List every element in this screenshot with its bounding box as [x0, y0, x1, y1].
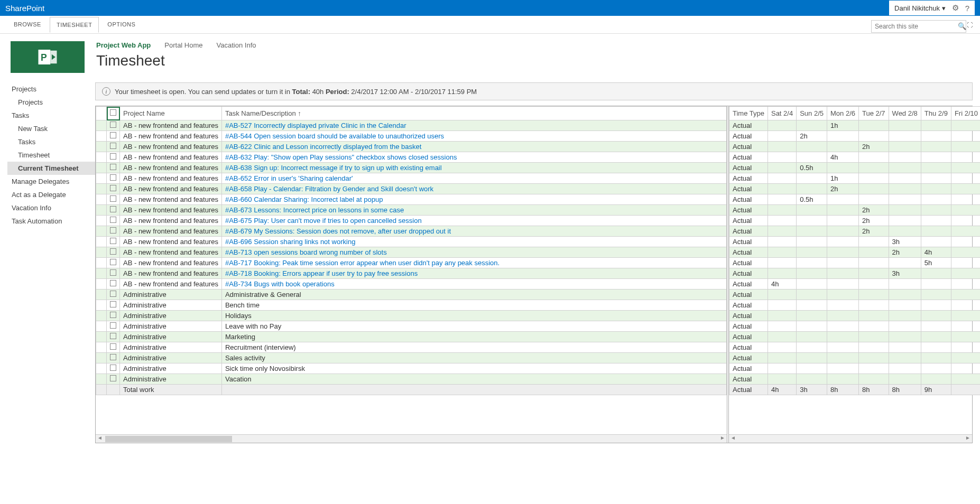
row-checkbox[interactable] [110, 153, 116, 160]
hour-cell[interactable] [889, 300, 921, 311]
table-row[interactable]: Actual2h [729, 131, 981, 142]
hour-cell[interactable] [797, 205, 827, 216]
nav-item[interactable]: Tasks [7, 109, 95, 122]
hour-cell[interactable] [827, 258, 859, 268]
hour-cell[interactable]: 3h [889, 237, 921, 247]
table-row[interactable]: Actual0.5h [729, 194, 981, 205]
hour-cell[interactable] [951, 268, 980, 279]
hour-cell[interactable] [921, 290, 951, 300]
task-cell[interactable]: #AB-544 Open session board should be ava… [221, 131, 726, 142]
hour-cell[interactable] [827, 374, 859, 385]
timetype-cell[interactable]: Actual [729, 205, 768, 216]
table-row[interactable]: Actual [729, 363, 981, 374]
hour-cell[interactable] [827, 290, 859, 300]
project-cell[interactable]: AB - new frontend and features [120, 142, 222, 152]
row-checkbox-cell[interactable] [107, 173, 120, 184]
hour-cell[interactable] [827, 226, 859, 237]
table-row[interactable]: Actual4h [729, 279, 981, 290]
row-checkbox[interactable] [110, 259, 116, 265]
topnav-item[interactable]: Vacation Info [217, 41, 256, 49]
table-row[interactable]: AB - new frontend and features#AB-673 Le… [96, 205, 727, 216]
row-checkbox-cell[interactable] [107, 237, 120, 247]
task-cell[interactable]: Leave with no Pay [221, 321, 726, 332]
hour-cell[interactable] [768, 142, 796, 152]
row-checkbox-cell[interactable] [107, 152, 120, 163]
hour-cell[interactable] [827, 205, 859, 216]
expand-cell[interactable] [96, 300, 107, 311]
row-checkbox-cell[interactable] [107, 342, 120, 353]
row-checkbox[interactable] [110, 333, 116, 339]
table-row[interactable]: AB - new frontend and features#AB-622 Cl… [96, 142, 727, 152]
hour-cell[interactable] [797, 226, 827, 237]
hour-cell[interactable] [797, 321, 827, 332]
hour-cell[interactable] [921, 173, 951, 184]
expand-cell[interactable] [96, 216, 107, 226]
expand-cell[interactable] [96, 226, 107, 237]
project-cell[interactable]: Administrative [120, 353, 222, 363]
hour-cell[interactable] [827, 300, 859, 311]
hour-cell[interactable] [921, 205, 951, 216]
hour-cell[interactable] [797, 247, 827, 258]
hour-cell[interactable]: 3h [889, 268, 921, 279]
hour-cell[interactable] [921, 353, 951, 363]
hour-cell[interactable] [858, 173, 889, 184]
task-header[interactable]: Task Name/Description ↑ [221, 107, 726, 120]
expand-cell[interactable] [96, 342, 107, 353]
hour-cell[interactable] [889, 342, 921, 353]
hour-cell[interactable] [951, 247, 980, 258]
project-cell[interactable]: Administrative [120, 363, 222, 374]
task-cell[interactable]: Marketing [221, 332, 726, 342]
project-cell[interactable]: AB - new frontend and features [120, 184, 222, 194]
expand-cell[interactable] [96, 258, 107, 268]
hour-cell[interactable] [889, 194, 921, 205]
nav-item[interactable]: Vacation Info [7, 201, 95, 214]
timetype-cell[interactable]: Actual [729, 216, 768, 226]
hour-cell[interactable] [797, 374, 827, 385]
row-checkbox[interactable] [110, 248, 116, 255]
project-cell[interactable]: AB - new frontend and features [120, 131, 222, 142]
row-checkbox-cell[interactable] [107, 142, 120, 152]
table-row[interactable]: Actual [729, 332, 981, 342]
hour-cell[interactable] [797, 290, 827, 300]
timetype-cell[interactable]: Actual [729, 290, 768, 300]
hour-cell[interactable] [827, 268, 859, 279]
timetype-cell[interactable]: Actual [729, 311, 768, 321]
hour-cell[interactable] [797, 184, 827, 194]
hour-cell[interactable] [889, 152, 921, 163]
hour-cell[interactable] [768, 268, 796, 279]
task-cell[interactable]: #AB-638 Sign up: Incorrect message if tr… [221, 163, 726, 173]
hour-cell[interactable] [921, 142, 951, 152]
row-checkbox[interactable] [110, 122, 116, 128]
hour-cell[interactable] [768, 173, 796, 184]
task-cell[interactable]: Vacation [221, 374, 726, 385]
hour-cell[interactable] [827, 311, 859, 321]
project-cell[interactable]: AB - new frontend and features [120, 258, 222, 268]
table-row[interactable]: Actual4h [729, 152, 981, 163]
task-cell[interactable]: Sick time only Novosibirsk [221, 363, 726, 374]
table-row[interactable]: AdministrativeSick time only Novosibirsk [96, 363, 727, 374]
timetype-cell[interactable]: Actual [729, 131, 768, 142]
row-checkbox-cell[interactable] [107, 120, 120, 131]
hour-cell[interactable] [797, 268, 827, 279]
project-cell[interactable]: AB - new frontend and features [120, 237, 222, 247]
task-cell[interactable]: #AB-734 Bugs with book operations [221, 279, 726, 290]
expand-cell[interactable] [96, 131, 107, 142]
row-checkbox[interactable] [110, 365, 116, 371]
day-header[interactable]: Mon 2/6 [827, 107, 859, 120]
table-row[interactable]: AB - new frontend and features#AB-632 Pl… [96, 152, 727, 163]
project-cell[interactable]: AB - new frontend and features [120, 226, 222, 237]
hour-cell[interactable] [921, 342, 951, 353]
expand-cell[interactable] [96, 268, 107, 279]
nav-item[interactable]: Current Timesheet [7, 162, 95, 175]
ribbon-tab-options[interactable]: OPTIONS [101, 17, 142, 33]
row-checkbox-cell[interactable] [107, 311, 120, 321]
expand-cell[interactable] [96, 353, 107, 363]
nav-item[interactable]: Projects [7, 96, 95, 109]
hour-cell[interactable] [768, 290, 796, 300]
row-checkbox-cell[interactable] [107, 247, 120, 258]
expand-cell[interactable] [96, 184, 107, 194]
hour-cell[interactable] [921, 363, 951, 374]
row-checkbox[interactable] [110, 343, 116, 350]
project-cell[interactable]: AB - new frontend and features [120, 120, 222, 131]
scroll-thumb[interactable] [105, 436, 232, 442]
